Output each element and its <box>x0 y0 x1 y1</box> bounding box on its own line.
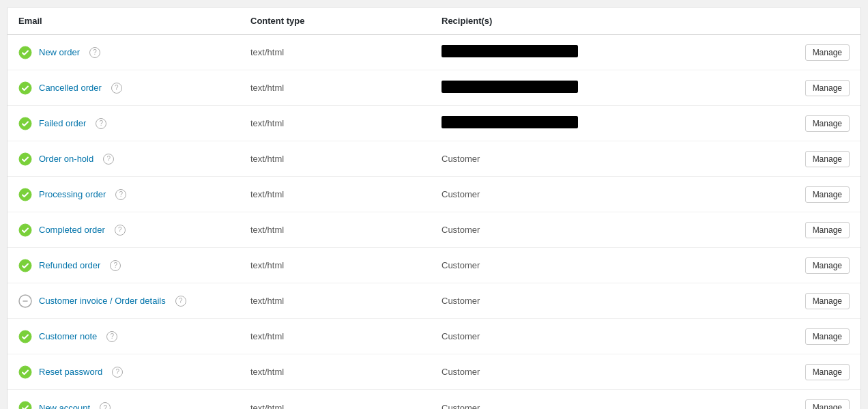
email-cell: Completed order ? <box>18 223 250 237</box>
manage-button-refunded-order[interactable]: Manage <box>805 257 850 274</box>
status-icon-cancelled-order[interactable] <box>18 81 32 95</box>
help-icon-processing-order[interactable]: ? <box>115 189 126 200</box>
help-icon-failed-order[interactable]: ? <box>96 118 106 129</box>
help-icon-reset-password[interactable]: ? <box>112 367 123 378</box>
table-row: Completed order ? text/html Customer Man… <box>8 212 860 248</box>
manage-cell-new-account: Manage <box>768 399 850 409</box>
recipient-value: Customer <box>442 367 480 377</box>
email-cell: Failed order ? <box>18 117 250 130</box>
redacted-recipient <box>442 81 578 93</box>
recipient-cell-customer-invoice: Customer <box>442 296 768 306</box>
help-icon-customer-invoice[interactable]: ? <box>175 296 186 307</box>
help-icon-new-order[interactable]: ? <box>89 47 100 58</box>
column-header-recipients: Recipient(s) <box>442 16 768 26</box>
manage-button-reset-password[interactable]: Manage <box>805 364 850 380</box>
email-cell: New account ? <box>18 401 250 409</box>
table-row: Processing order ? text/html Customer Ma… <box>8 177 860 212</box>
recipient-value: Customer <box>442 331 480 341</box>
email-link-new-account[interactable]: New account <box>39 403 90 410</box>
email-link-customer-note[interactable]: Customer note <box>39 331 97 341</box>
svg-point-9 <box>19 366 31 378</box>
column-header-email: Email <box>18 16 250 26</box>
table-row: Refunded order ? text/html Customer Mana… <box>8 248 860 283</box>
content-type-refunded-order: text/html <box>250 260 442 270</box>
email-link-order-on-hold[interactable]: Order on-hold <box>39 154 93 164</box>
recipient-value: Customer <box>442 225 480 235</box>
email-cell: Processing order ? <box>18 188 250 201</box>
email-link-processing-order[interactable]: Processing order <box>39 189 106 199</box>
column-header-action <box>768 16 850 26</box>
manage-cell-completed-order: Manage <box>768 222 850 238</box>
email-link-failed-order[interactable]: Failed order <box>39 118 86 128</box>
svg-point-3 <box>19 153 31 165</box>
recipient-cell-new-account: Customer <box>442 403 768 410</box>
email-link-reset-password[interactable]: Reset password <box>39 367 102 377</box>
manage-button-cancelled-order[interactable]: Manage <box>805 80 850 96</box>
help-icon-completed-order[interactable]: ? <box>115 225 126 236</box>
recipient-cell-refunded-order: Customer <box>442 260 768 270</box>
manage-cell-cancelled-order: Manage <box>768 80 850 96</box>
manage-button-new-order[interactable]: Manage <box>805 44 850 61</box>
content-type-reset-password: text/html <box>250 367 442 377</box>
status-icon-failed-order[interactable] <box>18 117 32 130</box>
status-icon-order-on-hold[interactable] <box>18 152 32 166</box>
recipient-cell-order-on-hold: Customer <box>442 154 768 164</box>
content-type-order-on-hold: text/html <box>250 154 442 164</box>
email-cell: Refunded order ? <box>18 259 250 272</box>
table-row: Order on-hold ? text/html Customer Manag… <box>8 141 860 177</box>
manage-cell-processing-order: Manage <box>768 186 850 203</box>
svg-point-0 <box>19 46 31 59</box>
manage-button-failed-order[interactable]: Manage <box>805 115 850 132</box>
recipient-cell-reset-password: Customer <box>442 367 768 377</box>
email-link-cancelled-order[interactable]: Cancelled order <box>39 83 102 93</box>
help-icon-order-on-hold[interactable]: ? <box>103 154 114 165</box>
status-icon-new-order[interactable] <box>18 46 32 59</box>
table-row: New account ? text/html Customer Manage <box>8 390 860 409</box>
svg-point-1 <box>19 82 31 94</box>
manage-button-customer-note[interactable]: Manage <box>805 328 850 345</box>
content-type-completed-order: text/html <box>250 225 442 235</box>
status-icon-completed-order[interactable] <box>18 223 32 237</box>
manage-cell-failed-order: Manage <box>768 115 850 132</box>
email-link-customer-invoice[interactable]: Customer invoice / Order details <box>39 296 166 306</box>
table-row: Cancelled order ? text/html Manage <box>8 70 860 106</box>
email-cell: New order ? <box>18 46 250 59</box>
recipient-cell-customer-note: Customer <box>442 331 768 341</box>
email-link-new-order[interactable]: New order <box>39 47 80 57</box>
status-icon-new-account[interactable] <box>18 401 32 409</box>
status-icon-processing-order[interactable] <box>18 188 32 201</box>
manage-button-processing-order[interactable]: Manage <box>805 186 850 203</box>
email-cell: Customer note ? <box>18 330 250 343</box>
email-link-refunded-order[interactable]: Refunded order <box>39 260 100 270</box>
manage-cell-customer-invoice: Manage <box>768 293 850 309</box>
manage-button-completed-order[interactable]: Manage <box>805 222 850 238</box>
svg-point-2 <box>19 117 31 130</box>
manage-button-order-on-hold[interactable]: Manage <box>805 151 850 167</box>
content-type-customer-invoice: text/html <box>250 296 442 306</box>
email-cell: Reset password ? <box>18 365 250 379</box>
help-icon-customer-note[interactable]: ? <box>106 331 117 342</box>
recipient-cell-completed-order: Customer <box>442 225 768 235</box>
manage-button-new-account[interactable]: Manage <box>805 399 850 409</box>
recipient-value: Customer <box>442 189 480 199</box>
table-row: Failed order ? text/html Manage <box>8 106 860 141</box>
table-body: New order ? text/html Manage Cancelled o… <box>8 35 860 409</box>
content-type-processing-order: text/html <box>250 189 442 199</box>
status-icon-customer-note[interactable] <box>18 330 32 343</box>
status-icon-customer-invoice[interactable] <box>18 294 32 308</box>
email-link-completed-order[interactable]: Completed order <box>39 225 105 235</box>
status-icon-reset-password[interactable] <box>18 365 32 379</box>
manage-button-customer-invoice[interactable]: Manage <box>805 293 850 309</box>
manage-cell-refunded-order: Manage <box>768 257 850 274</box>
table-row: Reset password ? text/html Customer Mana… <box>8 354 860 390</box>
help-icon-new-account[interactable]: ? <box>100 402 111 409</box>
status-icon-refunded-order[interactable] <box>18 259 32 272</box>
help-icon-cancelled-order[interactable]: ? <box>111 83 122 94</box>
content-type-failed-order: text/html <box>250 118 442 128</box>
help-icon-refunded-order[interactable]: ? <box>110 260 121 271</box>
emails-table: Email Content type Recipient(s) New orde… <box>7 7 861 409</box>
email-cell: Customer invoice / Order details ? <box>18 294 250 308</box>
svg-point-5 <box>19 224 31 236</box>
manage-cell-customer-note: Manage <box>768 328 850 345</box>
content-type-new-account: text/html <box>250 403 442 410</box>
